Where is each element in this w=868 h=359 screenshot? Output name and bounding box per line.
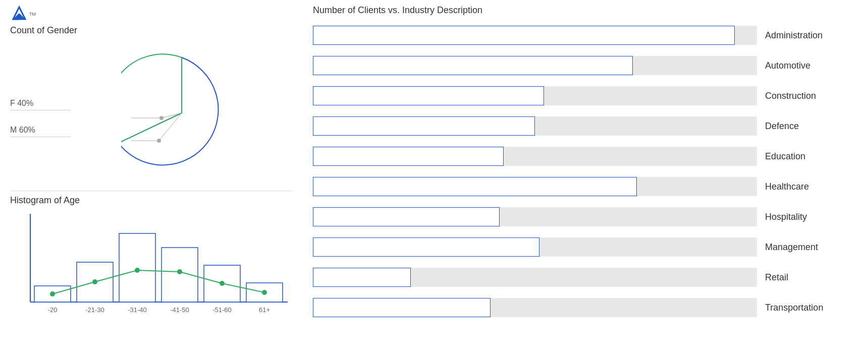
- trademark-symbol: TM: [29, 12, 36, 17]
- svg-text:61+: 61+: [259, 306, 270, 314]
- svg-point-18: [92, 279, 97, 284]
- section-divider: [10, 191, 293, 191]
- industry-label-transportation: Transportation: [757, 293, 858, 322]
- logo-icon: [10, 5, 28, 23]
- bar-background-management: [313, 237, 757, 257]
- bar-background-education: [313, 147, 757, 166]
- industry-label-hospitality: Hospitality: [757, 202, 858, 231]
- bar-background-construction: [313, 86, 757, 105]
- svg-point-21: [220, 281, 225, 286]
- industry-label-retail: Retail: [757, 263, 858, 292]
- bar-fill-retail: [313, 268, 411, 287]
- legend-label-f: F 40%: [10, 99, 71, 108]
- legend-item-m: M 60%: [10, 126, 71, 137]
- svg-point-22: [262, 290, 267, 295]
- pie-chart-area: [71, 52, 293, 173]
- legend-label-m: M 60%: [10, 126, 71, 135]
- bar-row: [313, 21, 757, 50]
- industry-labels: AdministrationAutomotiveConstructionDefe…: [757, 19, 858, 354]
- svg-text:-31-40: -31-40: [128, 306, 147, 314]
- bar-fill-automotive: [313, 56, 633, 75]
- histogram-container: -20 -21-30 -31-40 -41-50 -51-60 61+: [10, 209, 293, 354]
- industry-label-automotive: Automotive: [757, 51, 858, 80]
- bar-fill-education: [313, 147, 504, 166]
- histogram-title: Histogram of Age: [10, 195, 293, 206]
- bar-fill-transportation: [313, 298, 491, 317]
- right-panel: Number of Clients vs. Industry Descripti…: [303, 0, 868, 359]
- bar-row: [313, 142, 757, 171]
- pie-svg: [121, 52, 242, 173]
- bar-background-healthcare: [313, 177, 757, 196]
- bar-row: [313, 232, 757, 262]
- industry-label-healthcare: Healthcare: [757, 172, 858, 201]
- industry-label-education: Education: [757, 142, 858, 171]
- pie-chart-title: Count of Gender: [10, 25, 293, 36]
- pie-chart-section: Count of Gender F 40% M 60%: [10, 25, 293, 187]
- svg-point-17: [50, 291, 55, 296]
- bar-row: [313, 172, 757, 201]
- industry-label-construction: Construction: [757, 81, 858, 110]
- bar-background-administration: [313, 26, 757, 45]
- pie-legend: F 40% M 60%: [10, 89, 71, 137]
- industry-label-administration: Administration: [757, 21, 858, 50]
- bar-row: [313, 111, 757, 141]
- bar-background-transportation: [313, 298, 757, 317]
- pie-container: F 40% M 60%: [10, 39, 293, 187]
- bar-fill-defence: [313, 116, 535, 136]
- bar-fill-healthcare: [313, 177, 637, 196]
- bar-fill-administration: [313, 26, 735, 45]
- bar-background-hospitality: [313, 207, 757, 226]
- bar-background-retail: [313, 268, 757, 287]
- bar-fill-management: [313, 237, 539, 257]
- legend-item-f: F 40%: [10, 99, 71, 110]
- bar-chart-section: AdministrationAutomotiveConstructionDefe…: [313, 19, 858, 354]
- svg-point-20: [177, 269, 182, 274]
- industry-label-defence: Defence: [757, 111, 858, 141]
- svg-point-19: [135, 268, 140, 273]
- histogram-section: Histogram of Age: [10, 195, 293, 354]
- bar-row: [313, 51, 757, 80]
- svg-text:-21-30: -21-30: [85, 306, 104, 314]
- bar-chart-title: Number of Clients vs. Industry Descripti…: [313, 5, 858, 16]
- industry-label-management: Management: [757, 232, 858, 262]
- bar-fill-hospitality: [313, 207, 500, 226]
- bar-background-defence: [313, 116, 757, 136]
- bar-row: [313, 293, 757, 322]
- bar-background-automotive: [313, 56, 757, 75]
- histogram-svg: -20 -21-30 -31-40 -41-50 -51-60 61+: [10, 209, 293, 320]
- svg-text:-51-60: -51-60: [212, 306, 232, 314]
- bar-row: [313, 81, 757, 110]
- svg-text:-41-50: -41-50: [170, 306, 189, 314]
- legend-line-f: [10, 110, 71, 110]
- logo-area: TM: [10, 5, 293, 23]
- bar-row: [313, 263, 757, 292]
- bar-chart-area: [313, 19, 757, 354]
- bar-fill-construction: [313, 86, 544, 105]
- svg-text:-20: -20: [48, 306, 58, 314]
- bar-row: [313, 202, 757, 231]
- legend-line-m: [10, 137, 71, 137]
